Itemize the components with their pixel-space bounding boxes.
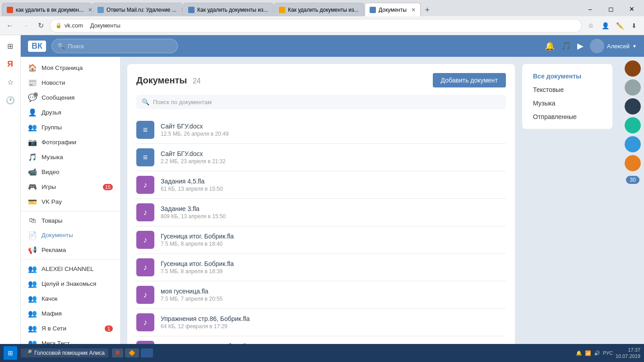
sidebar-item-news[interactable]: 📰 Новости <box>21 75 120 90</box>
tab-close-1[interactable]: ✕ <box>88 7 92 13</box>
alisa-widget[interactable]: 🎤 Голосовой помощник Алиса <box>21 348 108 357</box>
right-avatar-5[interactable] <box>625 136 641 152</box>
sidebar-item-market[interactable]: 🛍 Товары <box>21 213 120 228</box>
sidebar-item-messages[interactable]: 💬 ⚙ Сообщения <box>21 90 120 105</box>
taskbar-yandex-app[interactable]: Я <box>112 348 123 357</box>
history-button[interactable]: 🕐 <box>3 93 18 107</box>
right-avatar-3[interactable] <box>625 98 641 115</box>
doc-item-6[interactable]: ♪ Гусеница итог. Бобрик.fla 7.5 МБ, 8 ап… <box>136 254 506 281</box>
add-document-button[interactable]: Добавить документ <box>433 73 506 87</box>
url-bar[interactable]: 🔒 vk.com Документы <box>50 19 582 32</box>
back-button[interactable]: ← <box>4 19 16 32</box>
filter-sent[interactable]: Отправленные <box>528 110 607 124</box>
language-indicator[interactable]: РУС <box>603 350 613 356</box>
start-button[interactable]: ⊞ <box>4 346 17 360</box>
sidebar-item-music[interactable]: 🎵 Музыка <box>21 150 120 165</box>
sidebar-item-documents[interactable]: 📄 Документы <box>21 228 120 243</box>
vk-user-menu[interactable]: Алексей ▼ <box>590 39 637 53</box>
notifications-icon[interactable]: 🔔 <box>545 41 555 51</box>
browser-window: как удалить в вк докумен... ✕ Ответы Mai… <box>0 0 644 344</box>
clock[interactable]: 17:37 10.07.2019 <box>616 347 640 360</box>
tray-notifications[interactable]: 🔔 <box>576 350 582 356</box>
minimize-button[interactable]: – <box>580 2 601 16</box>
doc-item-5[interactable]: ♪ Гусеница итог. Бобрик.fla 7.5 МБ, 8 ап… <box>136 226 506 254</box>
doc-item-1[interactable]: ≡ Сайт БГУ.docx 12.5 МБ, 26 апреля в 20:… <box>136 116 506 144</box>
filter-all[interactable]: Все документы <box>528 69 607 83</box>
megatest-icon: 👥 <box>28 339 37 344</box>
tab-5-active[interactable]: Документы ✕ <box>365 3 421 16</box>
vk-search-input[interactable] <box>68 43 172 50</box>
sidebar-item-vkpay[interactable]: 💳 VK Pay <box>21 194 120 209</box>
tab-label-2: Ответы Mail.ru: Удаление ... <box>107 7 176 13</box>
music-sidebar-icon: 🎵 <box>28 153 37 161</box>
sidebar-item-online[interactable]: 👥 Я в Сети 1 <box>21 321 120 336</box>
sidebar-item-friends[interactable]: 👤 Друзья <box>21 105 120 120</box>
tab-close-3[interactable]: ✕ <box>272 7 273 13</box>
sidebar-item-kiss[interactable]: 👥 Целуй и Знакомься <box>21 276 120 291</box>
doc-item-4[interactable]: ♪ Задание 3.fla 809 КБ, 13 апреля в 15:5… <box>136 199 506 226</box>
doc-meta-1: 12.5 МБ, 26 апреля в 20:49 <box>161 131 506 137</box>
filter-music[interactable]: Музыка <box>528 96 607 110</box>
tab-4[interactable]: Как удалить документы из... ✕ <box>274 3 364 16</box>
tab-3[interactable]: Как удалить документы из... ✕ <box>183 3 273 16</box>
avatar-img-4 <box>625 117 641 133</box>
mafia-icon: 👥 <box>28 309 37 318</box>
taskbar-word-app[interactable]: W <box>141 348 153 357</box>
doc-meta-7: 7.5 МБ, 7 апреля в 20:55 <box>161 296 506 302</box>
doc-item-9[interactable]: ♪ Упражнения стр.86, Бобрик.fla 64 КБ, 1… <box>136 336 506 344</box>
vk-search-box[interactable]: 🔍 <box>51 39 178 53</box>
vk-logo[interactable]: ВК <box>28 41 46 52</box>
right-avatar-2[interactable] <box>625 79 641 96</box>
doc-name-3: Задания 4,5.fla <box>161 178 506 185</box>
right-avatar-4[interactable] <box>625 117 641 133</box>
messages-gear-dot: ⚙ <box>33 92 38 97</box>
sidebar-item-megatest[interactable]: 👥 Мега Тест <box>21 336 120 344</box>
online-count-badge[interactable]: 30 <box>626 176 639 184</box>
sidebar-item-kachok[interactable]: 👥 Качок <box>21 291 120 306</box>
right-avatar-6[interactable] <box>625 155 641 171</box>
sidebar-item-alexei-channel[interactable]: 👥 ALEXEI CHANNEL <box>21 261 120 276</box>
doc-item-3[interactable]: ♪ Задания 4,5.fla 61 КБ, 13 апреля в 15:… <box>136 171 506 199</box>
doc-item-7[interactable]: ♪ моя гусеница.fla 7.5 МБ, 7 апреля в 20… <box>136 281 506 309</box>
tab-close-2[interactable]: ✕ <box>181 7 183 13</box>
sidebar-item-mypage[interactable]: 🏠 Моя Страница <box>21 60 120 75</box>
sidebar-item-photos[interactable]: 📷 Фотографии <box>21 135 120 150</box>
extensions-button[interactable]: ✏️ <box>613 19 626 32</box>
right-sidebar-wrapper: Все документы Текстовые Музыка Отправлен… <box>522 57 621 344</box>
taskbar-yandex-app2[interactable]: 🔶 <box>125 348 139 357</box>
music-icon[interactable]: 🎵 <box>561 41 571 51</box>
close-button[interactable]: ✕ <box>621 2 642 16</box>
restore-button[interactable]: ◻ <box>601 2 621 16</box>
tray-network[interactable]: 📶 <box>585 350 591 356</box>
doc-item-2[interactable]: ≡ Сайт БГУ.docx 2.2 МБ, 23 апреля в 21:3… <box>136 144 506 171</box>
tab-favicon-3 <box>188 7 195 13</box>
tray-volume[interactable]: 🔊 <box>594 350 600 356</box>
docs-search-input[interactable] <box>153 99 500 105</box>
sidebar-item-games[interactable]: 🎮 Игры 15 <box>21 179 120 194</box>
doc-item-8[interactable]: ♪ Упражнения стр.86, Бобрик.fla 64 КБ, 1… <box>136 309 506 336</box>
sidebar-label-photos: Фотографии <box>42 139 113 146</box>
tab-close-4[interactable]: ✕ <box>363 7 364 13</box>
forward-button[interactable]: → <box>19 19 32 32</box>
yandex-logo-button[interactable]: Я <box>3 57 18 71</box>
sidebar-item-video[interactable]: 📹 Видео <box>21 165 120 179</box>
sidebar-toggle-button[interactable]: ⊞ <box>3 39 18 53</box>
tab-close-5[interactable]: ✕ <box>411 7 416 13</box>
new-tab-button[interactable]: + <box>421 4 434 16</box>
sidebar-item-ads[interactable]: 📢 Реклама <box>21 243 120 257</box>
profile-button[interactable]: 👤 <box>599 19 612 32</box>
right-avatar-1[interactable] <box>625 60 641 77</box>
favorites-button[interactable]: ☆ <box>3 75 18 89</box>
sidebar-item-mafia[interactable]: 👥 Мафия <box>21 306 120 321</box>
bookmark-button[interactable]: ☆ <box>584 19 597 32</box>
tab-1[interactable]: как удалить в вк докумен... ✕ <box>2 3 92 16</box>
documents-search[interactable]: 🔍 <box>136 95 506 109</box>
video-icon[interactable]: ▶ <box>577 41 584 51</box>
kachok-icon: 👥 <box>28 294 37 303</box>
filter-text[interactable]: Текстовые <box>528 83 607 96</box>
doc-icon-2: ≡ <box>136 148 154 166</box>
tab-2[interactable]: Ответы Mail.ru: Удаление ... ✕ <box>93 3 183 16</box>
download-button[interactable]: ⬇ <box>628 19 640 32</box>
sidebar-item-groups[interactable]: 👥 Группы <box>21 120 120 135</box>
reload-button[interactable]: ↻ <box>34 19 47 32</box>
